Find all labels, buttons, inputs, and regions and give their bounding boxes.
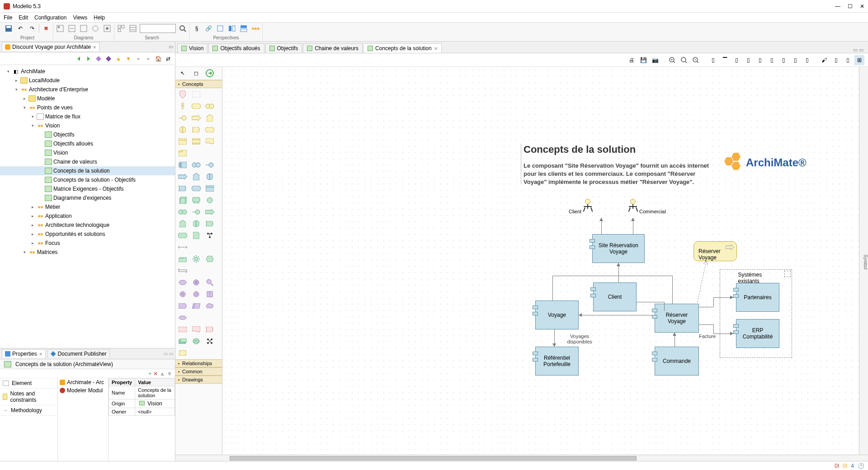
grid-toggle-button[interactable]: ⊞ bbox=[854, 55, 864, 65]
pal-deliverable[interactable] bbox=[191, 325, 202, 334]
pal-requirement[interactable] bbox=[177, 301, 188, 310]
component-commande[interactable]: Commande bbox=[655, 347, 699, 376]
close-tab-icon[interactable]: ✕ bbox=[39, 352, 42, 357]
menu-configuration[interactable]: Configuration bbox=[34, 14, 66, 21]
nav-up-button[interactable]: ▲ bbox=[114, 55, 123, 63]
props-mid-item[interactable]: Archimate - Arc bbox=[58, 378, 108, 386]
pal-actor[interactable] bbox=[177, 102, 188, 111]
align-top-button[interactable]: ▔ bbox=[720, 55, 730, 65]
pal-facility[interactable] bbox=[177, 254, 188, 263]
tree-item[interactable]: Concepts de la solution - Objectifs bbox=[0, 175, 175, 184]
pal-artifact[interactable] bbox=[191, 231, 202, 240]
props-add-icon[interactable]: + bbox=[148, 371, 151, 377]
nav-btn-3[interactable] bbox=[94, 55, 103, 63]
editor-tab[interactable]: Vision bbox=[177, 43, 208, 53]
component-partenaires[interactable]: Partenaires bbox=[736, 283, 779, 312]
pal-material[interactable] bbox=[204, 254, 215, 263]
save-image-button[interactable]: 💾 bbox=[638, 55, 648, 65]
diagram-btn-4[interactable] bbox=[90, 24, 100, 33]
pal-group[interactable] bbox=[191, 90, 202, 99]
menu-help[interactable]: Help bbox=[94, 14, 105, 21]
maximize-button[interactable]: ☐ bbox=[848, 3, 853, 9]
pal-equipment[interactable] bbox=[191, 254, 202, 263]
nav-fwd-button[interactable] bbox=[85, 55, 93, 63]
pal-value[interactable] bbox=[177, 313, 188, 322]
pal-app-interface[interactable] bbox=[204, 160, 215, 169]
tree-item[interactable]: ▾Matrices bbox=[0, 248, 175, 257]
component-erp[interactable]: ERP Comptabilité bbox=[736, 319, 779, 348]
nav-down-button[interactable]: ▼ bbox=[124, 55, 132, 63]
tree-item[interactable]: Matrice Exigences - Objectifs bbox=[0, 184, 175, 193]
process-reserver[interactable]: Réserver Voyage bbox=[693, 241, 737, 261]
pal-representation[interactable] bbox=[204, 137, 215, 146]
pal-driver[interactable] bbox=[191, 278, 202, 287]
props-mid-item[interactable]: Modeler Modul bbox=[58, 386, 108, 395]
props-up-icon[interactable]: ▲ bbox=[160, 371, 165, 377]
horizontal-scrollbar[interactable] bbox=[175, 455, 868, 461]
explorer-tab[interactable]: Discount Voyage pour ArchiMate ✕ bbox=[2, 42, 99, 51]
style-button[interactable]: 🖌 bbox=[819, 55, 829, 65]
pal-tech-collab[interactable] bbox=[177, 207, 188, 216]
menu-views[interactable]: Views bbox=[73, 14, 87, 21]
actor-commercial[interactable]: Commercial bbox=[629, 199, 637, 214]
pal-implevent[interactable] bbox=[204, 325, 215, 334]
pal-plateau[interactable] bbox=[177, 337, 188, 346]
pal-app-process[interactable] bbox=[177, 172, 188, 181]
pal-contract[interactable] bbox=[191, 137, 202, 146]
pal-constraint[interactable] bbox=[191, 301, 202, 310]
component-referentiel[interactable]: Référentiel Portefeuille bbox=[535, 347, 579, 376]
pal-gap[interactable] bbox=[191, 337, 202, 346]
props-del-icon[interactable]: ✕ bbox=[153, 371, 158, 377]
tools-button[interactable]: ✖ bbox=[41, 24, 51, 33]
menu-edit[interactable]: Edit bbox=[19, 14, 28, 21]
close-tab-icon[interactable]: ✕ bbox=[434, 46, 438, 51]
align-btn-7[interactable]: ▯ bbox=[778, 55, 788, 65]
align-left-button[interactable]: ▯ bbox=[708, 55, 718, 65]
pal-app-component[interactable] bbox=[177, 160, 188, 169]
save-button[interactable] bbox=[4, 24, 14, 33]
pal-process[interactable] bbox=[191, 113, 202, 122]
align-btn-4[interactable]: ▯ bbox=[743, 55, 753, 65]
tree-item[interactable]: Diagramme d'exigences bbox=[0, 193, 175, 202]
layout-btn-2[interactable]: ▯ bbox=[843, 55, 853, 65]
pal-collab[interactable] bbox=[204, 102, 215, 111]
align-btn-3[interactable]: ▯ bbox=[731, 55, 741, 65]
symbol-panel-tab[interactable]: Symbol bbox=[859, 67, 868, 455]
pal-function[interactable] bbox=[204, 113, 215, 122]
search-button[interactable] bbox=[178, 24, 188, 33]
component-reserver[interactable]: Réserver Voyage bbox=[655, 304, 699, 333]
zoom-out-button[interactable] bbox=[691, 55, 701, 65]
print-button[interactable]: 🖨 bbox=[627, 55, 637, 65]
diagram-btn-2[interactable] bbox=[67, 24, 77, 33]
search-input[interactable] bbox=[140, 24, 176, 33]
tree-item[interactable]: Objectifs bbox=[0, 130, 175, 139]
pal-tech-event[interactable] bbox=[204, 219, 215, 228]
pal-junction[interactable] bbox=[204, 231, 215, 240]
pal-location[interactable] bbox=[177, 90, 188, 99]
pal-app-collab[interactable] bbox=[191, 160, 202, 169]
zoom-in-button[interactable] bbox=[667, 55, 677, 65]
pal-workpackage[interactable] bbox=[177, 325, 188, 334]
pal-data-object[interactable] bbox=[204, 184, 215, 193]
props-notes[interactable]: Notes and constraints bbox=[0, 389, 57, 405]
tree-item-selected[interactable]: Concepts de la solution bbox=[0, 166, 175, 175]
pal-tech-function[interactable] bbox=[177, 219, 188, 228]
palette-section[interactable]: Common bbox=[175, 367, 222, 376]
select-tool[interactable]: ↖ bbox=[177, 69, 188, 78]
pal-app-function[interactable] bbox=[191, 172, 202, 181]
props-down-icon[interactable]: ▼ bbox=[167, 371, 172, 377]
persp-btn-5[interactable] bbox=[239, 24, 249, 33]
tree-item[interactable]: Vision bbox=[0, 148, 175, 157]
redo-button[interactable]: ↷ bbox=[27, 24, 37, 33]
pal-stakeholder[interactable] bbox=[177, 278, 188, 287]
diagram-canvas[interactable]: Concepts de la solution Le composant "Si… bbox=[222, 67, 859, 455]
panel-minimize-icon[interactable]: ▭ bbox=[169, 44, 173, 50]
tree-item[interactable]: ▸Opportunités et solutions bbox=[0, 230, 175, 239]
pal-tech-interface[interactable] bbox=[191, 207, 202, 216]
pal-network[interactable] bbox=[204, 337, 215, 346]
editor-tab[interactable]: Objectifs alloués bbox=[208, 43, 264, 53]
nav-btn-7[interactable]: ▫ bbox=[134, 55, 142, 63]
pal-outcome[interactable] bbox=[191, 290, 202, 299]
layout-btn-1[interactable]: ▯ bbox=[831, 55, 841, 65]
tree-item[interactable]: ▸Application bbox=[0, 212, 175, 221]
